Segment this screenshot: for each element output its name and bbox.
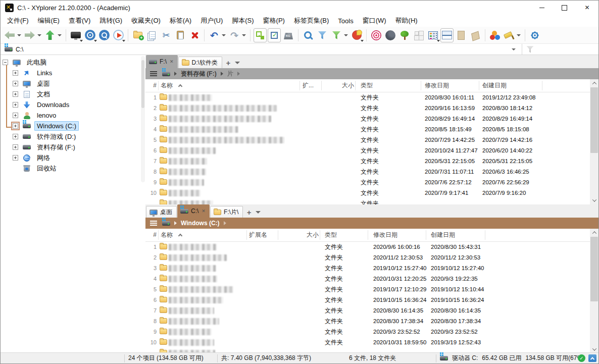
table-row[interactable]: 2文件夹2020/11/2 12:30:532020/11/2 12:30:53 <box>145 252 591 263</box>
paste-button[interactable] <box>174 28 187 42</box>
menu-item-13[interactable]: 帮助(H) <box>391 15 422 27</box>
menu-item-7[interactable]: 用户(U) <box>196 15 227 27</box>
tree-item[interactable]: 回收站 <box>1 163 141 174</box>
hotlist-target-icon[interactable] <box>83 28 96 42</box>
column-header-[interactable]: 创建日期 <box>431 229 455 241</box>
menu-item-11[interactable]: Tools <box>333 16 358 26</box>
paint-roller-icon[interactable] <box>503 28 516 42</box>
cut-button[interactable]: ✂ <box>160 28 173 42</box>
configuration-gear-icon[interactable] <box>528 28 541 42</box>
details-view-icon[interactable] <box>426 28 439 42</box>
wipe-icon[interactable] <box>469 28 482 42</box>
column-separator[interactable] <box>321 81 322 90</box>
table-row[interactable]: 9文件夹2020/9/3 23:52:522020/9/3 23:52:52 <box>145 327 591 337</box>
column-separator[interactable] <box>355 81 356 90</box>
spiral-icon[interactable] <box>370 28 383 42</box>
tree-expander-icon[interactable] <box>3 60 8 65</box>
vertical-scrollbar[interactable] <box>590 79 598 204</box>
tab-close-icon[interactable]: ✕ <box>202 209 206 214</box>
table-row[interactable]: 6文件夹2020/10/24 11:27:472020/6/20 14:40:2… <box>145 145 591 156</box>
tab-c[interactable]: C:\✕ <box>177 204 210 218</box>
menu-item-6[interactable]: 标签(A) <box>165 15 196 27</box>
menu-item-2[interactable]: 编辑(E) <box>33 15 64 27</box>
scroll-up-icon[interactable] <box>590 79 598 87</box>
table-row[interactable]: 6文件夹2019/10/15 16:36:242019/10/15 16:36:… <box>145 295 591 305</box>
menu-item-3[interactable]: 查看(V) <box>64 15 95 27</box>
breadcrumb-menu-icon[interactable] <box>150 71 157 76</box>
column-separator[interactable] <box>542 81 542 90</box>
table-row[interactable]: 3文件夹2019/10/12 15:27:402019/10/12 15:27:… <box>145 263 591 274</box>
table-row[interactable]: 5文件夹2020/7/29 14:42:252020/7/29 14:42:16 <box>145 135 591 145</box>
table-row[interactable]: 4文件夹2020/8/5 18:15:492020/8/5 18:15:08 <box>145 124 591 135</box>
column-separator[interactable] <box>246 230 247 240</box>
table-row[interactable]: 4文件夹2020/10/31 12:20:252020/9/3 19:22:35 <box>145 274 591 284</box>
forward-button[interactable] <box>23 28 36 42</box>
table-row[interactable]: 2文件夹2020/9/16 16:13:592020/8/30 18:14:12 <box>145 103 591 114</box>
tree-item[interactable]: lenovo <box>1 110 141 121</box>
column-separator[interactable] <box>320 230 320 240</box>
tree-expander-icon[interactable] <box>13 81 18 86</box>
new-tab-button[interactable]: + <box>243 206 255 218</box>
tree-item[interactable]: 软件游戏 (D:) <box>1 131 141 142</box>
forward-dropdown-icon[interactable] <box>37 34 41 36</box>
checkbox-selection-button[interactable] <box>268 28 281 42</box>
tree-expander-icon[interactable] <box>13 113 18 118</box>
status-up-icon[interactable] <box>588 354 596 362</box>
column-header-[interactable]: 大小 <box>317 79 354 92</box>
column-header-[interactable]: 类型 <box>361 79 373 92</box>
tree-expander-icon[interactable] <box>13 144 18 150</box>
new-tab-button[interactable]: + <box>223 57 234 68</box>
tree-item[interactable]: 网络 <box>1 152 141 163</box>
column-header-[interactable]: 创建日期 <box>482 79 507 92</box>
column-separator[interactable] <box>421 81 421 90</box>
tree-item[interactable]: Windows (C:) <box>1 121 141 131</box>
column-header-[interactable]: 扩展名 <box>249 229 267 241</box>
column-header-[interactable]: 类型 <box>325 229 337 241</box>
column-header-[interactable]: 名称 <box>161 229 173 241</box>
tree-expander-icon[interactable] <box>13 155 18 161</box>
status-ok-icon[interactable]: ✓ <box>578 354 585 362</box>
menu-item-5[interactable]: 收藏夹(O) <box>127 15 165 27</box>
table-row[interactable]: 10文件夹2020/7/9 9:17:412020/7/9 9:16:20 <box>145 188 591 198</box>
tree-item[interactable]: 此电脑 <box>1 57 141 68</box>
back-button[interactable] <box>3 28 16 42</box>
maximize-button[interactable] <box>553 1 576 15</box>
up-button[interactable] <box>43 28 57 42</box>
close-button[interactable] <box>576 1 598 15</box>
column-header-[interactable]: 修改日期 <box>373 229 397 241</box>
back-dropdown-icon[interactable] <box>17 34 21 36</box>
tree-expander-icon[interactable] <box>13 70 18 76</box>
table-row[interactable]: 8文件夹2020/7/31 11:07:112020/6/3 16:46:25 <box>145 167 591 177</box>
roller-dropdown-icon[interactable] <box>517 34 521 36</box>
vertical-scrollbar[interactable] <box>590 229 598 353</box>
table-row[interactable]: 7文件夹2020/5/31 22:15:052020/5/31 22:15:05 <box>145 156 591 167</box>
new-folder-button[interactable] <box>131 28 144 42</box>
scroll-down-icon[interactable] <box>590 196 598 204</box>
horizontal-panes-button[interactable] <box>440 28 454 42</box>
breadcrumb-item[interactable]: 资料存储 (F:) <box>181 70 217 78</box>
minimize-button[interactable] <box>530 1 553 15</box>
address-dropdown-icon[interactable] <box>512 48 516 50</box>
menu-item-10[interactable]: 标签页集(B) <box>289 15 333 27</box>
column-header-[interactable]: 扩... <box>303 79 314 92</box>
dark-mode-icon[interactable] <box>384 28 397 42</box>
table-row[interactable]: 5文件夹2019/10/17 12:10:292019/10/12 15:10:… <box>145 284 591 295</box>
tree-item[interactable]: Downloads <box>1 99 141 110</box>
tree-scrollbar[interactable] <box>141 56 145 182</box>
tab-close-icon[interactable]: ✕ <box>170 60 174 64</box>
table-row[interactable]: 3文件夹2020/8/29 16:49:142020/8/29 16:49:14 <box>145 114 591 124</box>
visual-filter-icon[interactable] <box>526 46 534 53</box>
tab-list-dropdown-icon[interactable] <box>235 62 240 64</box>
menu-item-12[interactable]: 窗口(W) <box>358 15 391 27</box>
column-separator[interactable] <box>479 81 479 90</box>
tree-expander-icon[interactable] <box>13 134 18 139</box>
go-icon[interactable] <box>112 28 125 42</box>
tree-item[interactable]: 资料存储 (F:) <box>1 142 141 152</box>
tree-expander-icon[interactable] <box>13 123 18 129</box>
menu-item-9[interactable]: 窗格(P) <box>259 15 289 27</box>
menu-item-8[interactable]: 脚本(S) <box>227 15 258 27</box>
folder-tree-icon[interactable] <box>398 28 411 42</box>
tab-f[interactable]: F:\✕ <box>146 55 178 68</box>
preview-monitor-icon[interactable] <box>69 28 82 42</box>
redo-button[interactable]: ↷ <box>228 28 241 42</box>
